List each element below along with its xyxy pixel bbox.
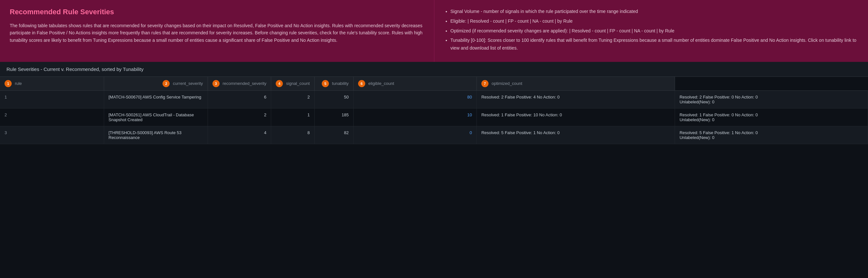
table-row: 3[THRESHOLD-S00093] AWS Route 53 Reconna… [0, 126, 868, 144]
row-tunability[interactable]: 0 [353, 126, 476, 144]
panel-title: Recommended Rule Severities [10, 8, 424, 16]
table-section: Rule Severities - Current v. Recommended… [0, 62, 868, 144]
col-header-signal: 4 signal_count [271, 77, 315, 91]
tunability-link[interactable]: 10 [467, 112, 472, 117]
row-index: 3 [0, 126, 104, 144]
row-current-severity: 4 [208, 126, 271, 144]
col-header-current: 2 current_severity [104, 77, 208, 91]
legend-panel: Signal Volume - number of signals in whi… [434, 0, 868, 62]
row-tunability[interactable]: 80 [353, 91, 476, 108]
legend-item: Tunability [0-100]: Scores closer to 100… [451, 37, 859, 52]
row-tunability[interactable]: 10 [353, 108, 476, 126]
col-num-5: 5 [322, 80, 329, 87]
row-index: 1 [0, 91, 104, 108]
row-eligible-count: Resolved: 2 False Positive: 4 No Action:… [476, 91, 675, 108]
table-header-row: 1 rule 2 current_severity 3 recommended_… [0, 77, 868, 91]
description-panel: Recommended Rule Severities The followin… [0, 0, 434, 62]
col-num-7: 7 [482, 80, 489, 87]
col-header-rule: 1 rule [0, 77, 104, 91]
row-eligible-count: Resolved: 5 False Positive: 1 No Action:… [476, 126, 675, 144]
col-num-4: 4 [276, 80, 283, 87]
row-signal-count: 82 [314, 126, 353, 144]
col-label-rule: rule [15, 81, 22, 86]
tunability-link[interactable]: 80 [467, 95, 472, 100]
tunability-link[interactable]: 0 [470, 130, 472, 135]
info-panel: Recommended Rule Severities The followin… [0, 0, 868, 62]
row-recommended-severity: 8 [271, 126, 315, 144]
col-label-recommended: recommended_severity [222, 81, 266, 86]
legend-item: Signal Volume - number of signals in whi… [451, 8, 859, 15]
legend-list: Signal Volume - number of signals in whi… [444, 8, 859, 52]
col-label-tunability: tunability [332, 81, 349, 86]
row-rule: [MATCH-S00670] AWS Config Service Tamper… [104, 91, 208, 108]
col-num-1: 1 [4, 80, 12, 87]
row-recommended-severity: 2 [271, 91, 315, 108]
row-signal-count: 50 [314, 91, 353, 108]
col-num-6: 6 [358, 80, 365, 87]
row-recommended-severity: 1 [271, 108, 315, 126]
col-label-eligible: eligible_count [369, 81, 395, 86]
panel-description: The following table tabulates shows rule… [10, 22, 424, 44]
table-row: 1[MATCH-S00670] AWS Config Service Tampe… [0, 91, 868, 108]
col-label-current: current_severity [173, 81, 203, 86]
row-rule: [MATCH-S00261] AWS CloudTrail - Database… [104, 108, 208, 126]
col-header-tunability: 5 tunability [314, 77, 353, 91]
col-label-optimized: optimized_count [492, 81, 523, 86]
row-index: 2 [0, 108, 104, 126]
row-rule: [THRESHOLD-S00093] AWS Route 53 Reconnai… [104, 126, 208, 144]
row-optimized-count: Resolved: 5 False Positive: 1 No Action:… [675, 126, 868, 144]
row-signal-count: 185 [314, 108, 353, 126]
row-eligible-count: Resolved: 1 False Positive: 10 No Action… [476, 108, 675, 126]
legend-item: Eligible: | Resolved - count | FP - coun… [451, 18, 859, 25]
row-optimized-count: Resolved: 2 False Positive: 0 No Action:… [675, 91, 868, 108]
col-header-recommended: 3 recommended_severity [208, 77, 271, 91]
col-label-signal: signal_count [286, 81, 310, 86]
col-header-optimized: 7 optimized_count [476, 77, 675, 91]
table-row: 2[MATCH-S00261] AWS CloudTrail - Databas… [0, 108, 868, 126]
row-current-severity: 6 [208, 91, 271, 108]
row-current-severity: 2 [208, 108, 271, 126]
severities-table: 1 rule 2 current_severity 3 recommended_… [0, 77, 868, 144]
legend-item: Optimized (if recommended severity chang… [451, 27, 859, 35]
col-num-2: 2 [162, 80, 169, 87]
col-num-3: 3 [213, 80, 220, 87]
row-optimized-count: Resolved: 1 False Positive: 0 No Action:… [675, 108, 868, 126]
table-title: Rule Severities - Current v. Recommended… [0, 62, 868, 77]
col-header-eligible: 6 eligible_count [353, 77, 476, 91]
